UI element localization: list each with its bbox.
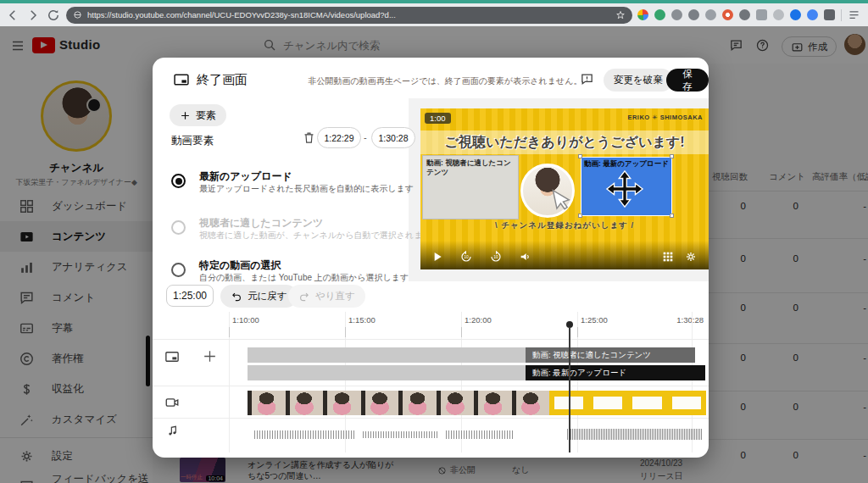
end-screen-icon — [173, 71, 190, 88]
radio-choose-specific-video[interactable] — [171, 263, 186, 277]
add-track-element-icon[interactable] — [202, 348, 218, 364]
audio-waveform — [363, 431, 439, 438]
element-start-time-input[interactable]: 1:22:29 — [317, 127, 361, 148]
browser-extension-icon[interactable] — [705, 9, 716, 20]
delete-element-icon[interactable] — [302, 130, 316, 145]
thanks-headline: ご視聴いただきありがとうございます! — [420, 134, 709, 152]
grid-icon[interactable] — [661, 250, 675, 264]
filmstrip-frame — [474, 391, 512, 415]
option-title: 視聴者に適したコンテンツ — [199, 216, 323, 230]
discard-changes-button[interactable]: 変更を破棄 — [604, 69, 673, 92]
address-bar[interactable]: https://studio.youtube.com/channel/UCU-E… — [66, 7, 632, 24]
filmstrip-frame — [588, 391, 627, 415]
element-suggested-video[interactable]: 動画: 視聴者に適したコンテンツ — [422, 155, 519, 219]
add-element-button[interactable]: 要素 — [170, 104, 226, 126]
pointer-cursor-icon — [545, 184, 576, 214]
screen: https://studio.youtube.com/channel/UCU-E… — [0, 0, 868, 483]
browser-extension-icon[interactable] — [654, 9, 665, 20]
element-end-time-input[interactable]: 1:30:28 — [371, 127, 415, 148]
toolbar-divider — [841, 9, 842, 21]
bookmark-star-icon[interactable] — [615, 10, 626, 20]
element-bar-latest[interactable]: 動画: 最新のアップロード — [526, 365, 705, 380]
svg-text:10: 10 — [464, 254, 469, 259]
audio-waveform — [254, 430, 356, 439]
rewind-10-icon[interactable]: 10 — [459, 250, 473, 264]
video-filmstrip — [248, 391, 706, 415]
browser-extension-icon[interactable] — [722, 9, 733, 20]
playhead-time-input[interactable]: 1:25:00 — [166, 285, 214, 307]
browser-extension-icon[interactable] — [790, 9, 801, 20]
filmstrip-frame — [248, 391, 286, 415]
video-track-icon — [164, 395, 180, 410]
browser-extension-icon[interactable] — [773, 9, 784, 20]
reload-icon[interactable] — [46, 8, 61, 23]
element-bar-suggested[interactable]: 動画: 視聴者に適したコンテンツ — [526, 347, 695, 363]
filmstrip-frame — [361, 391, 399, 415]
back-icon[interactable] — [5, 8, 20, 23]
forward-icon[interactable] — [25, 8, 41, 23]
playhead-line[interactable] — [569, 327, 570, 452]
element-bar-track[interactable] — [248, 347, 526, 363]
url-text: https://studio.youtube.com/channel/UCU-E… — [87, 10, 610, 19]
radio-best-for-viewer — [171, 220, 186, 235]
forward-10-icon[interactable]: 10 — [489, 250, 503, 264]
channel-watermark: ERIKO ✳ SHIMOSAKA — [627, 114, 703, 121]
radio-latest-upload[interactable] — [171, 174, 186, 188]
filmstrip-frame — [398, 391, 437, 415]
browser-extension-icon[interactable] — [671, 9, 682, 20]
extensions-puzzle-icon[interactable] — [824, 9, 835, 20]
undo-button[interactable]: 元に戻す — [220, 285, 298, 308]
timeline-tickmark — [345, 327, 346, 337]
browser-extension-icon[interactable] — [637, 9, 648, 20]
timeline-tick: 1:15:00 — [348, 315, 376, 325]
timeline-tick: 1:20:00 — [465, 315, 492, 325]
dialog-notice: 非公開動画の動画再生ページでは、終了画面の要素が表示されません。 — [305, 75, 585, 87]
timeline-row-divider — [153, 339, 709, 340]
player-controls: 10 10 — [420, 241, 709, 269]
time­line-row-divider — [153, 418, 709, 419]
end-screen-track-icon — [164, 349, 180, 364]
feedback-icon[interactable] — [580, 72, 594, 86]
timeline-tickmark — [461, 327, 462, 337]
play-icon[interactable] — [431, 250, 444, 264]
site-settings-icon[interactable] — [73, 10, 82, 19]
extension-row: 再起動して更新する — [637, 7, 868, 24]
browser-extension-icon[interactable] — [688, 9, 699, 20]
timeline-tickmark — [229, 327, 230, 337]
volume-icon[interactable] — [519, 250, 532, 264]
add-element-label: 要素 — [196, 108, 216, 123]
option-desc: 視聴者に適した動画が、チャンネルから自動で選択されます — [199, 230, 431, 242]
filmstrip-frame — [286, 391, 324, 415]
audio-waveform — [446, 430, 514, 439]
timeline-tick: 1:10:00 — [232, 315, 259, 325]
player-settings-icon[interactable] — [684, 250, 698, 264]
redo-icon — [298, 291, 310, 303]
dialog-title: 終了画面 — [197, 72, 248, 88]
reading-list-icon[interactable] — [848, 8, 860, 21]
option-title[interactable]: 最新のアップロード — [199, 169, 292, 184]
resize-handle[interactable] — [670, 214, 674, 218]
timeline-tick: 1:30:28 — [676, 315, 704, 325]
resize-handle[interactable] — [578, 214, 582, 218]
browser-extension-icon[interactable] — [739, 9, 750, 20]
timeline-tickmark — [577, 327, 578, 337]
browser-extension-icon[interactable] — [807, 9, 818, 20]
resize-handle[interactable] — [670, 154, 674, 158]
browser-toolbar: https://studio.youtube.com/channel/UCU-E… — [0, 3, 868, 26]
redo-label: やり直す — [315, 290, 355, 303]
filmstrip-frame — [437, 391, 475, 415]
audio-waveform — [567, 429, 703, 440]
browser-extension-icon[interactable] — [756, 9, 767, 20]
end-screen-preview[interactable]: 1:00 ERIKO ✳ SHIMOSAKA ご視聴いただきありがとうございます… — [420, 108, 709, 269]
option-title[interactable]: 特定の動画の選択 — [199, 258, 281, 273]
redo-button: やり直す — [288, 285, 365, 308]
save-button[interactable]: 保存 — [666, 69, 709, 92]
filmstrip-frame — [323, 391, 361, 415]
element-bar-track[interactable] — [248, 365, 526, 380]
resize-handle[interactable] — [578, 154, 582, 158]
move-cursor-icon — [605, 169, 644, 208]
timeline-row-divider — [153, 386, 709, 386]
svg-text:10: 10 — [493, 254, 498, 259]
option-desc: 最近アップロードされた長尺動画を自動的に表示します — [199, 183, 414, 195]
timestamp-badge: 1:00 — [425, 113, 451, 124]
